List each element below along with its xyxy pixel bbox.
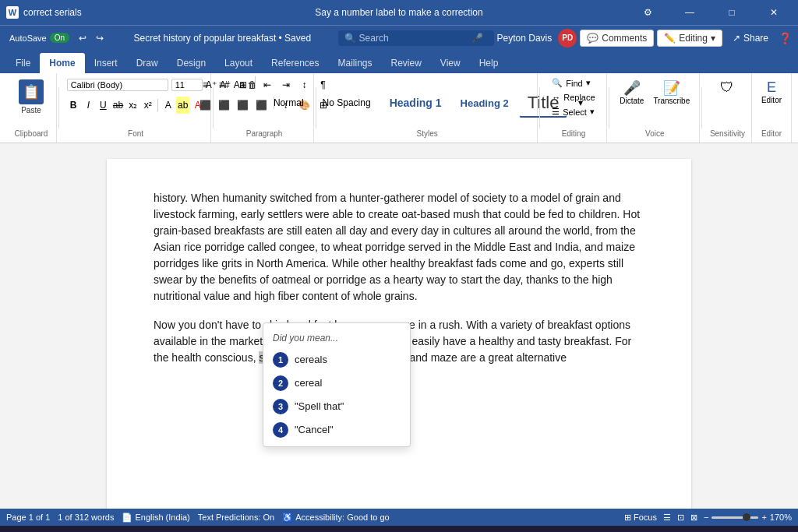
comments-button[interactable]: 💬 Comments [580,30,654,47]
autocorrect-item-1[interactable]: 1 cereals [263,348,410,372]
task-view-button[interactable] [260,529,285,532]
ribbon-divider6 [701,87,702,129]
style-no-spacing[interactable]: No Spacing [314,93,380,112]
zoom-area: − + 170% [704,513,792,522]
taskbar-center: 🔍 Search ⊞ 💬 📁 e T W 👥 [188,529,485,532]
view-normal-icon[interactable]: ☰ [663,513,671,523]
minimize-button[interactable]: — [672,0,708,25]
tab-references[interactable]: References [262,53,328,73]
word-count: 1 of 312 words [58,513,114,522]
view-read-icon[interactable]: ⊠ [690,513,697,523]
search-icon: 🔍 [344,33,356,44]
editing-button[interactable]: ✏️ Editing ▾ [657,30,722,47]
undo-button[interactable]: ↩ [76,31,90,45]
user-name: Peyton Davis [497,33,553,44]
zoom-thumb [743,513,750,521]
start-button[interactable] [6,529,31,532]
autosave-toggle[interactable]: AutoSave On [6,31,72,44]
dictate-button[interactable]: 🎤 Dictate [616,76,647,108]
superscript-button[interactable]: x² [141,97,154,114]
font-name-select[interactable] [67,79,168,91]
tab-file[interactable]: File [6,53,40,73]
tab-help[interactable]: Help [470,53,508,73]
user-avatar[interactable]: PD [558,29,577,48]
edge-button[interactable]: e [379,529,404,532]
transcribe-button[interactable]: 📝 Transcribe [650,76,693,108]
transcribe-icon: 📝 [663,79,680,97]
autocorrect-item-4[interactable]: 4 "Cancel" [263,418,410,442]
search-bar[interactable]: 🔍 🎤 [338,30,494,46]
sensitivity-group: 🛡 Sensitivity [704,73,752,143]
bold-button[interactable]: B [67,97,80,114]
italic-button[interactable]: I [82,97,95,114]
zoom-in-icon[interactable]: + [761,513,766,522]
file-title: Secret history of popular breakfast • Sa… [110,33,335,44]
align-left-button[interactable]: ⬛ [197,97,214,114]
tab-review[interactable]: Review [382,53,431,73]
strikethrough-button[interactable]: ab [111,97,125,114]
numbered-list-button[interactable]: ≡# [216,76,233,93]
font-color-button[interactable]: A [161,97,175,114]
help-icon[interactable]: ❓ [779,32,792,44]
bullet-list-button[interactable]: ≡ [197,76,214,93]
subscript-button[interactable]: x₂ [126,97,139,114]
editor-group: E Editor Editor [752,73,792,143]
item-text-3: "Spell that" [295,399,344,414]
styles-group-label: Styles [417,129,438,139]
editor-button[interactable]: E Editor [758,76,785,107]
zoom-slider[interactable] [711,516,758,519]
document-page: history. When humanity switched from a h… [107,159,691,509]
view-web-icon[interactable]: ⊡ [677,513,684,523]
share-button[interactable]: ↗ Share [726,30,775,47]
title-bar-right: ⚙ — □ ✕ [630,0,792,25]
align-center-button[interactable]: ⬛ [216,97,233,114]
maximize-button[interactable]: □ [714,0,750,25]
ribbon-divider [58,87,59,129]
tab-home[interactable]: Home [40,53,84,73]
zoom-out-icon[interactable]: − [704,513,708,522]
sensitivity-button[interactable]: 🛡 [717,76,737,99]
paste-label: Paste [21,106,41,115]
tab-mailings[interactable]: Mailings [328,53,381,73]
highlight-button[interactable]: ab [176,97,189,114]
multilevel-list-button[interactable]: ⊞ [235,76,252,93]
style-heading1[interactable]: Heading 1 [381,93,450,113]
find-chevron: ▾ [586,78,591,88]
teams-button[interactable]: T [408,529,433,532]
tab-draw[interactable]: Draw [127,53,168,73]
clipboard-label: Clipboard [15,129,48,139]
tab-insert[interactable]: Insert [85,53,127,73]
people-button[interactable]: 👥 [460,529,485,532]
focus-button[interactable]: ⊞ Focus [624,513,657,523]
align-right-button[interactable]: ⬛ [235,97,252,114]
explorer-button[interactable]: 📁 [349,529,374,532]
select-button[interactable]: ☰ Select ▾ [547,105,599,118]
search-input[interactable] [359,33,468,44]
autocorrect-item-3[interactable]: 3 "Spell that" [263,395,410,418]
style-normal[interactable]: Normal [265,93,312,112]
paste-button[interactable]: 📋 Paste [12,76,50,118]
chevron-down-icon: ▾ [711,33,715,44]
autocorrect-item-2[interactable]: 2 cereal [263,372,410,395]
chat-button[interactable]: 💬 [320,529,344,532]
ribbon-divider5 [609,87,609,129]
tab-layout[interactable]: Layout [215,53,262,73]
close-button[interactable]: ✕ [756,0,792,25]
settings-icon[interactable]: ⚙ [630,0,666,25]
transcribe-label: Transcribe [653,97,690,105]
tab-view[interactable]: View [431,53,470,73]
find-button[interactable]: 🔍 Find ▾ [547,76,599,90]
quick-access-toolbar: AutoSave On ↩ ↪ Secret history of popula… [0,25,798,50]
language-indicator: 📄 English (India) [122,513,189,523]
share-icon: ↗ [733,33,740,44]
item-text-1: cereals [295,352,327,368]
tab-design[interactable]: Design [168,53,215,73]
voice-group-label: Voice [645,129,664,139]
microphone-icon[interactable]: 🎤 [471,33,483,44]
title-bar-center: Say a number label to make a correction [315,7,482,18]
style-heading2[interactable]: Heading 2 [452,93,517,113]
replace-button[interactable]: ↔ Replace [547,91,599,104]
underline-button[interactable]: U [97,97,110,114]
redo-button[interactable]: ↪ [93,31,107,45]
widgets-button[interactable]: ⊞ [290,529,315,532]
